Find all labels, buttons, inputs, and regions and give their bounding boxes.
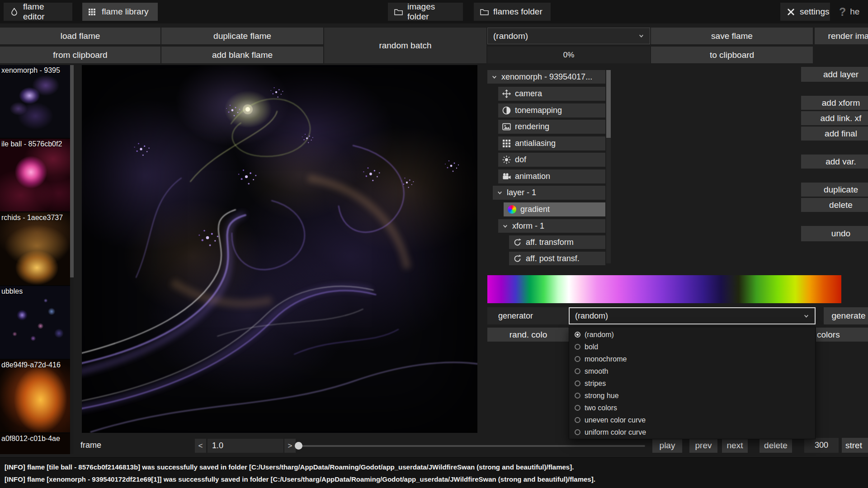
frame-decrement-button[interactable]: < <box>195 439 206 453</box>
log-line: [INFO] flame [tile ball - 8576cb0f214681… <box>5 461 863 473</box>
tree-item-aff-post-transform[interactable]: aff. post transf. <box>509 252 605 265</box>
library-scrollbar[interactable] <box>70 65 74 454</box>
settings-button[interactable]: settings <box>780 3 830 21</box>
delete-xform-button[interactable]: delete <box>801 198 868 212</box>
add-blank-flame-button[interactable]: add blank flame <box>161 47 323 63</box>
generate-label: generate <box>831 311 865 321</box>
tree-item-label: gradient <box>520 205 550 214</box>
flame-thumbnail <box>0 286 74 359</box>
radio-selected-icon <box>575 332 580 338</box>
radio-icon <box>575 393 580 399</box>
add-xform-label: add xform <box>822 98 860 108</box>
dropdown-option-strong-hue[interactable]: strong hue <box>569 389 815 402</box>
undo-label: undo <box>831 229 850 239</box>
add-blank-flame-label: add blank flame <box>212 50 273 60</box>
move-icon <box>502 89 511 98</box>
add-final-button[interactable]: add final <box>801 127 868 141</box>
tree-root-row[interactable]: xenomorph - 93954017... <box>487 70 605 84</box>
radio-icon <box>575 380 580 386</box>
library-item[interactable]: ile ball - 8576cb0f2 <box>0 139 74 211</box>
flame-structure-tree: xenomorph - 93954017... camera tonemappi… <box>487 67 612 267</box>
frame-value-input[interactable] <box>208 439 283 453</box>
from-clipboard-button[interactable]: from clipboard <box>0 47 160 63</box>
save-flame-button[interactable]: save flame <box>651 28 813 44</box>
dropdown-option-uniform-color-curve[interactable]: uniform color curve <box>569 426 815 438</box>
question-icon: ? <box>839 5 846 19</box>
help-button[interactable]: ? he <box>839 3 859 21</box>
images-folder-button[interactable]: images folder <box>388 3 463 21</box>
undo-button[interactable]: undo <box>801 226 868 241</box>
frame-count-input[interactable] <box>804 438 839 453</box>
tree-item-tonemapping[interactable]: tonemapping <box>498 103 605 117</box>
chevron-down-icon <box>502 223 508 229</box>
delete-frame-button[interactable]: delete <box>760 438 792 453</box>
tree-item-antialiasing[interactable]: antialiasing <box>498 136 605 150</box>
play-button[interactable]: play <box>652 438 682 453</box>
folder-icon <box>394 8 403 16</box>
add-variation-label: add var. <box>826 157 856 167</box>
random-colors-button[interactable]: rand. colo <box>487 328 569 342</box>
radio-icon <box>575 344 580 350</box>
generate-button[interactable]: generate <box>824 307 868 324</box>
stretch-button[interactable]: stret <box>842 438 868 453</box>
add-layer-button[interactable]: add layer <box>801 67 868 82</box>
tree-item-label: aff. transform <box>526 238 574 247</box>
dropdown-option-stripes[interactable]: stripes <box>569 377 815 389</box>
tree-item-label: layer - 1 <box>507 188 536 197</box>
tree-scrollbar-thumb[interactable] <box>606 70 611 138</box>
library-item[interactable]: d8e94f9-a72d-416 <box>0 360 74 432</box>
color-wheel-icon <box>508 205 516 214</box>
stretch-label: stret <box>845 441 862 450</box>
library-item[interactable]: ubbles <box>0 286 74 359</box>
from-clipboard-label: from clipboard <box>53 50 107 60</box>
tree-item-xform[interactable]: xform - 1 <box>498 219 605 233</box>
flame-editor-tab[interactable]: flame editor <box>4 3 72 21</box>
duplicate-button[interactable]: duplicate <box>801 183 868 197</box>
add-linked-xform-button[interactable]: add link. xf <box>801 111 868 125</box>
flame-library-tab[interactable]: flame library <box>82 3 158 21</box>
gradient-generator-select[interactable]: (random) <box>569 307 816 324</box>
tree-item-dof[interactable]: dof <box>498 153 605 167</box>
tree-scrollbar[interactable] <box>606 70 611 263</box>
generator-label-text: generator <box>498 311 533 321</box>
dropdown-option-smooth[interactable]: smooth <box>569 365 815 377</box>
dropdown-option-uneven-color-curve[interactable]: uneven color curve <box>569 414 815 426</box>
radio-icon <box>575 368 580 374</box>
library-item[interactable]: rchids - 1aece3737 <box>0 212 74 285</box>
add-xform-button[interactable]: add xform <box>801 96 868 110</box>
app-window: flame editor flame library images folder… <box>0 0 868 488</box>
frame-increment-button[interactable]: > <box>284 439 296 453</box>
add-variation-button[interactable]: add var. <box>801 155 868 169</box>
flame-preview[interactable] <box>82 65 477 433</box>
library-item[interactable]: a0f8012-c01b-4ae <box>0 433 74 454</box>
library-item[interactable]: xenomorph - 9395 <box>0 65 74 138</box>
tree-item-camera[interactable]: camera <box>498 87 605 101</box>
prev-label: prev <box>695 441 712 450</box>
duplicate-flame-button[interactable]: duplicate flame <box>161 28 323 44</box>
tree-item-layer[interactable]: layer - 1 <box>493 186 605 200</box>
random-generator-select[interactable]: (random) <box>487 28 650 44</box>
next-button[interactable]: next <box>722 438 748 453</box>
dropdown-option-monochrome[interactable]: monochrome <box>569 353 815 365</box>
to-clipboard-button[interactable]: to clipboard <box>651 47 813 63</box>
tree-item-aff-transform[interactable]: aff. transform <box>509 235 605 249</box>
dropdown-option-random[interactable]: (random) <box>569 328 815 341</box>
flames-folder-button[interactable]: flames folder <box>474 3 551 21</box>
prev-button[interactable]: prev <box>689 438 717 453</box>
render-image-button[interactable]: render ima <box>815 28 868 44</box>
tree-item-gradient[interactable]: gradient <box>504 202 605 216</box>
load-flame-button[interactable]: load flame <box>0 28 160 44</box>
dropdown-option-bold[interactable]: bold <box>569 341 815 353</box>
timeline-handle[interactable] <box>295 442 302 450</box>
library-scrollbar-thumb[interactable] <box>70 65 74 277</box>
dropdown-option-two-colors[interactable]: two colors <box>569 402 815 414</box>
flame-icon <box>10 8 19 16</box>
tree-item-label: aff. post transf. <box>526 254 580 263</box>
colors-button[interactable]: colors <box>816 328 868 342</box>
timeline-slider[interactable] <box>296 445 645 447</box>
tree-item-animation[interactable]: animation <box>498 169 605 183</box>
tree-item-rendering[interactable]: rendering <box>498 120 605 134</box>
random-batch-button[interactable]: random batch <box>324 28 486 63</box>
gradient-bar[interactable] <box>487 275 841 303</box>
library-item-label: ile ball - 8576cb0f2 <box>1 140 62 148</box>
